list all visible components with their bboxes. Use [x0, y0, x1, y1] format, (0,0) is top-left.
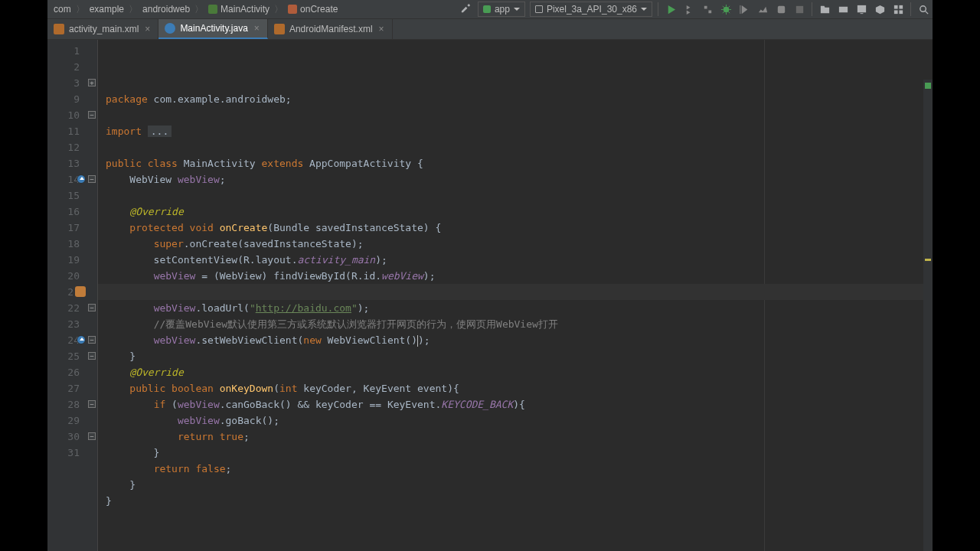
line-number[interactable]: 31	[47, 445, 80, 461]
fold-toggle[interactable]: −	[88, 400, 96, 408]
code-line[interactable]: }	[106, 445, 933, 461]
chevron-right-icon: 〉	[127, 3, 139, 16]
error-stripe[interactable]	[923, 80, 933, 551]
svg-rect-3	[838, 6, 847, 12]
override-icon[interactable]	[77, 335, 86, 344]
line-number[interactable]: 20	[47, 268, 80, 284]
code-line[interactable]: return true;	[106, 429, 933, 445]
build-hammer-icon[interactable]	[458, 1, 475, 18]
apply-changes-icon[interactable]	[681, 1, 697, 18]
resource-manager-icon[interactable]	[890, 1, 906, 18]
close-icon[interactable]: ×	[253, 23, 261, 34]
code-line[interactable]: import ...	[106, 123, 933, 139]
debug-icon[interactable]	[717, 1, 734, 18]
code-line[interactable]: //WebView加载web资源	[106, 284, 933, 300]
line-number[interactable]: 24	[47, 332, 80, 348]
code-line[interactable]: //覆盖WebView默认使用第三方或系统默认浏览器打开网页的行为，使网页用We…	[106, 316, 933, 332]
line-number[interactable]: 1	[47, 43, 80, 59]
close-icon[interactable]: ×	[143, 24, 152, 34]
breadcrumb-item[interactable]: com	[51, 4, 74, 15]
line-number[interactable]: 13	[47, 155, 80, 171]
code-area[interactable]: package com.example.androidweb;import ..…	[98, 40, 933, 551]
breadcrumb-item[interactable]: androidweb	[139, 4, 193, 15]
line-number[interactable]: 25	[47, 348, 80, 364]
line-number[interactable]: 3	[47, 75, 80, 91]
line-number[interactable]: 17	[47, 220, 80, 236]
attach-debugger-icon[interactable]	[773, 1, 789, 18]
code-editor[interactable]: 1239101112131415161718192021222324252627…	[47, 40, 933, 551]
editor-tab[interactable]: MainActivity.java×	[158, 19, 268, 39]
editor-tab[interactable]: AndroidManifest.xml×	[268, 19, 393, 39]
stop-icon[interactable]	[791, 1, 808, 18]
code-line[interactable]: package com.example.androidweb;	[106, 91, 933, 107]
code-line[interactable]: @Override	[106, 204, 933, 220]
fold-toggle[interactable]: −	[88, 111, 96, 119]
code-line[interactable]	[106, 107, 933, 123]
close-icon[interactable]: ×	[377, 24, 386, 34]
line-number[interactable]: 10	[47, 107, 80, 123]
code-line[interactable]: public boolean onKeyDown(int keyCoder, K…	[106, 380, 933, 396]
code-line[interactable]: webView = (WebView) findViewById(R.id.we…	[106, 268, 933, 284]
code-line[interactable]: WebView webView;	[106, 171, 933, 187]
right-margin	[764, 40, 765, 551]
line-number[interactable]: 22	[47, 300, 80, 316]
line-number[interactable]: 18	[47, 236, 80, 252]
editor-tab[interactable]: activity_main.xml×	[47, 19, 158, 39]
line-number[interactable]: 19	[47, 252, 80, 268]
code-line[interactable]: }	[106, 348, 933, 364]
code-line[interactable]	[106, 187, 933, 204]
code-line[interactable]: webView.loadUrl("http://baidu.com");	[106, 300, 933, 316]
line-number[interactable]: 30	[47, 429, 80, 445]
code-line[interactable]: protected void onCreate(Bundle savedInst…	[106, 220, 933, 236]
fold-toggle[interactable]: −	[88, 336, 96, 344]
avd-manager-icon[interactable]	[853, 1, 870, 18]
profiler-icon[interactable]	[754, 1, 771, 18]
breadcrumb-item[interactable]: onCreate	[285, 4, 341, 15]
code-line[interactable]	[106, 139, 933, 155]
line-number[interactable]: 16	[47, 204, 80, 220]
code-line[interactable]: return false;	[106, 461, 933, 477]
line-number[interactable]: 26	[47, 364, 80, 380]
code-line[interactable]: webView.setWebViewClient(new WebViewClie…	[106, 332, 933, 348]
line-number[interactable]: 11	[47, 123, 80, 139]
code-line[interactable]: }	[106, 477, 933, 493]
line-number[interactable]: 15	[47, 187, 80, 204]
intention-bulb-icon[interactable]	[75, 286, 86, 297]
line-number[interactable]: 23	[47, 316, 80, 332]
line-number[interactable]: 2	[47, 59, 80, 75]
line-number[interactable]: 9	[47, 91, 80, 107]
run-icon[interactable]	[662, 1, 679, 18]
breadcrumb-item[interactable]: example	[87, 4, 127, 15]
fold-toggle[interactable]: −	[88, 432, 96, 440]
coverage-icon[interactable]	[736, 1, 753, 18]
code-line[interactable]: super.onCreate(savedInstanceState);	[106, 236, 933, 252]
line-number[interactable]: 12	[47, 139, 80, 155]
override-icon[interactable]	[77, 174, 86, 184]
code-line[interactable]: setContentView(R.layout.activity_main);	[106, 252, 933, 268]
code-line[interactable]: webView.goBack();	[106, 412, 933, 429]
line-number[interactable]: 27	[47, 380, 80, 396]
sdk-manager-icon[interactable]	[871, 1, 888, 18]
code-line[interactable]: if (webView.canGoBack() && keyCoder == K…	[106, 396, 933, 412]
fold-toggle[interactable]: −	[88, 304, 96, 311]
line-number[interactable]: 28	[47, 396, 80, 412]
java-file-icon	[165, 23, 175, 34]
breadcrumb-item[interactable]: MainActivity	[205, 4, 273, 15]
code-line[interactable]: @Override	[106, 364, 933, 380]
code-line[interactable]: public class MainActivity extends AppCom…	[106, 155, 933, 171]
device-dropdown[interactable]: Pixel_3a_API_30_x86	[530, 2, 652, 17]
fold-toggle[interactable]: −	[88, 175, 96, 183]
line-number[interactable]: 29	[47, 412, 80, 429]
warning-mark[interactable]	[925, 259, 931, 261]
fold-toggle[interactable]: −	[88, 352, 96, 360]
search-icon[interactable]	[915, 1, 932, 18]
fold-toggle[interactable]: +	[88, 79, 96, 86]
apply-code-changes-icon[interactable]	[699, 1, 716, 18]
code-line[interactable]: }	[106, 493, 933, 509]
run-config-dropdown[interactable]: app	[478, 2, 525, 17]
project-structure-icon[interactable]	[816, 1, 833, 18]
line-number[interactable]: 14	[47, 171, 80, 187]
svg-point-0	[723, 6, 729, 12]
ide-window: com〉example〉androidweb〉MainActivity〉onCr…	[47, 0, 933, 551]
sync-gradle-icon[interactable]	[835, 1, 851, 18]
